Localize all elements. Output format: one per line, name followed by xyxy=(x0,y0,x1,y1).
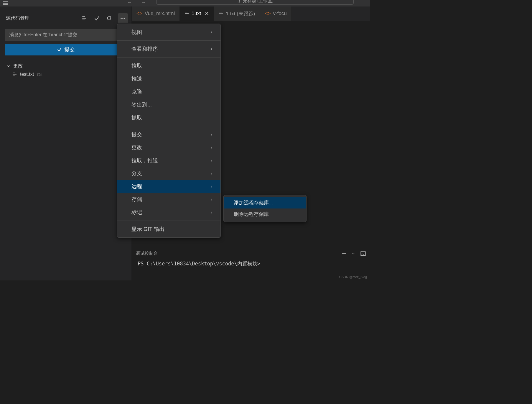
changed-file-item[interactable]: test.txt Git xyxy=(4,69,128,77)
remote-submenu: 添加远程存储库... 删除远程存储库 xyxy=(223,195,307,222)
terminal-prompt[interactable]: PS C:\Users\10834\Desktop\vscode\内置模块> xyxy=(132,256,370,271)
menu-remote[interactable]: 远程› xyxy=(117,180,220,193)
menu-show-git-output[interactable]: 显示 GIT 输出 xyxy=(117,223,220,236)
menu-tags[interactable]: 标记› xyxy=(117,206,220,219)
forward-arrow-icon[interactable]: → xyxy=(141,0,146,6)
file-icon xyxy=(12,72,17,77)
changes-header[interactable]: 更改 xyxy=(4,63,128,69)
chevron-right-icon: › xyxy=(211,46,212,52)
menu-stash[interactable]: 存储› xyxy=(117,193,220,206)
submenu-add-remote[interactable]: 添加远程存储库... xyxy=(224,197,306,208)
titlebar: ← → 无标题 (工作区) xyxy=(0,0,370,6)
menu-pull[interactable]: 拉取 xyxy=(117,59,220,72)
svg-rect-5 xyxy=(361,252,365,256)
menu-separator xyxy=(117,40,220,41)
menu-checkout[interactable]: 签出到... xyxy=(117,98,220,111)
chevron-right-icon: › xyxy=(211,132,212,137)
chevron-down-icon[interactable] xyxy=(352,252,355,255)
nav-arrows: ← → xyxy=(127,0,146,6)
back-arrow-icon[interactable]: ← xyxy=(127,0,132,6)
chevron-right-icon: › xyxy=(211,184,212,189)
menu-separator xyxy=(117,126,220,126)
menu-separator xyxy=(117,57,220,58)
tab-v-focu[interactable]: <> v-focu xyxy=(260,6,292,21)
submenu-remove-remote[interactable]: 删除远程存储库 xyxy=(224,208,306,220)
text-icon xyxy=(185,11,189,16)
chevron-right-icon: › xyxy=(211,171,212,176)
chevron-right-icon: › xyxy=(211,197,212,202)
menu-view[interactable]: 视图› xyxy=(117,26,220,39)
close-icon[interactable]: ✕ xyxy=(205,10,209,17)
menu-separator xyxy=(117,221,220,221)
file-name: test.txt xyxy=(20,72,34,77)
chevron-right-icon: › xyxy=(211,29,212,35)
commit-icon[interactable] xyxy=(93,15,100,22)
menu-fetch[interactable]: 抓取 xyxy=(117,111,220,124)
chevron-down-icon xyxy=(6,64,11,68)
tab-1-txt[interactable]: 1.txt ✕ xyxy=(180,6,214,21)
file-repo: Git xyxy=(37,72,42,77)
command-center[interactable]: 无标题 (工作区) xyxy=(156,0,354,5)
svg-point-0 xyxy=(237,0,240,2)
scm-context-menu: 视图› 查看和排序› 拉取 推送 克隆 签出到... 抓取 提交› 更改› 拉取… xyxy=(117,24,221,238)
text-icon xyxy=(219,11,223,16)
menu-branch[interactable]: 分支› xyxy=(117,167,220,180)
add-terminal-icon[interactable] xyxy=(342,251,346,256)
tab-bar: <> Vue_mix.html 1.txt ✕ 1.txt (未跟踪) <> v… xyxy=(132,6,370,21)
tree-view-icon[interactable] xyxy=(81,15,88,22)
search-icon xyxy=(236,0,241,3)
more-actions-icon[interactable] xyxy=(118,13,128,23)
svg-point-3 xyxy=(122,18,123,19)
scm-title: 源代码管理 xyxy=(6,15,29,22)
menu-commit[interactable]: 提交› xyxy=(117,128,220,141)
refresh-icon[interactable] xyxy=(106,15,113,22)
terminal-panel: 调试控制台 PS C:\Users\10834\Desktop\vscode\内… xyxy=(132,248,370,280)
terminal-shell-icon[interactable] xyxy=(360,251,366,256)
tab-1-txt-untracked[interactable]: 1.txt (未跟踪) xyxy=(214,6,260,21)
watermark: CSDN @mez_Blog xyxy=(339,275,367,279)
menu-view-sort[interactable]: 查看和排序› xyxy=(117,42,220,55)
menu-clone[interactable]: 克隆 xyxy=(117,85,220,98)
menu-changes[interactable]: 更改› xyxy=(117,141,220,154)
terminal-tab-debug[interactable]: 调试控制台 xyxy=(136,251,158,256)
chevron-right-icon: › xyxy=(211,210,212,215)
svg-point-4 xyxy=(124,18,125,19)
hamburger-menu-icon[interactable] xyxy=(0,1,9,5)
svg-point-2 xyxy=(121,18,122,19)
chevron-right-icon: › xyxy=(211,158,212,163)
code-icon: <> xyxy=(136,11,142,17)
source-control-sidebar: 源代码管理 消息(Ctrl+Enter 在"branch1"提交 xyxy=(0,6,132,280)
command-center-text: 无标题 (工作区) xyxy=(243,0,274,4)
menu-pull-push[interactable]: 拉取，推送› xyxy=(117,154,220,167)
code-icon: <> xyxy=(265,11,271,17)
svg-line-1 xyxy=(239,2,241,3)
commit-message-input[interactable]: 消息(Ctrl+Enter 在"branch1"提交 xyxy=(5,29,126,41)
commit-button[interactable]: 提交 xyxy=(5,44,126,55)
menu-push[interactable]: 推送 xyxy=(117,72,220,85)
chevron-right-icon: › xyxy=(211,145,212,150)
tab-vue-mix[interactable]: <> Vue_mix.html xyxy=(132,6,180,21)
